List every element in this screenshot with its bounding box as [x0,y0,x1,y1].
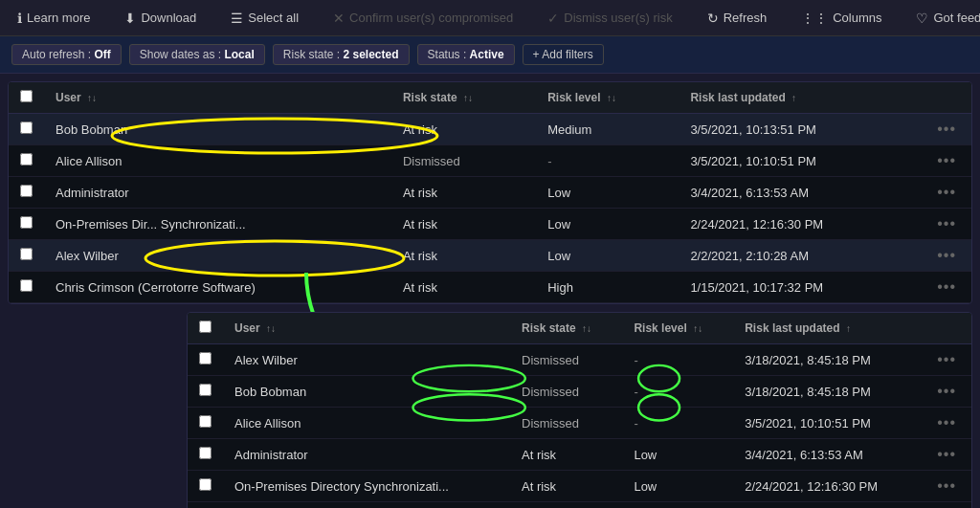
bottom-col-risk-state: Risk state ↑↓ [510,313,622,344]
download-button[interactable]: ⬇ Download [115,7,206,30]
cell-risk-level: Low [622,471,733,502]
table-row: Bob Bobman At risk Medium 3/5/2021, 10:1… [9,114,971,145]
row-checkbox[interactable] [20,216,33,229]
sort-icon-risk-state[interactable]: ↑↓ [463,93,473,103]
cell-risk-updated: 3/4/2021, 6:13:53 AM [733,439,922,471]
cell-user: Alice Allison [223,408,510,439]
cell-risk-state: Dismissed [510,408,622,439]
cell-risk-level: High [536,272,679,303]
confirm-compromised-button[interactable]: ✕ Confirm user(s) compromised [323,7,523,30]
row-checkbox[interactable] [199,415,212,428]
row-more-button[interactable]: ••• [933,152,960,169]
cell-user: On-Premises Dir... Synchronizati... [44,209,391,240]
cell-risk-state: At risk [510,471,622,502]
cell-risk-level: Low [622,439,733,471]
row-more-button[interactable]: ••• [933,477,960,495]
row-checkbox[interactable] [20,279,33,292]
cell-risk-level: Low [536,209,679,240]
row-more-button[interactable]: ••• [933,414,960,431]
select-all-checkbox[interactable] [20,90,33,102]
bottom-col-risk-level: Risk level ↑↓ [622,313,733,344]
dismiss-risk-button[interactable]: ✓ Dismiss user(s) risk [538,7,681,30]
cell-risk-updated: 1/15/2021, 10:17:32 PM [733,502,922,509]
bottom-select-all-checkbox[interactable] [199,320,212,333]
cell-risk-updated: 2/24/2021, 12:16:30 PM [733,471,922,502]
bottom-sort-icon-risk-updated[interactable]: ↑ [846,323,851,334]
top-table-panel: User ↑↓ Risk state ↑↓ Risk level ↑↓ Ri [8,81,972,304]
show-dates-chip[interactable]: Show dates as : Local [129,44,265,65]
row-more-button[interactable]: ••• [933,383,960,400]
cell-risk-updated: 2/2/2021, 2:10:28 AM [679,240,922,272]
columns-button[interactable]: ⋮⋮ Columns [791,7,891,30]
refresh-button[interactable]: ↻ Refresh [698,7,777,30]
table-row: Bob Bobman Dismissed - 3/18/2021, 8:45:1… [188,376,971,408]
cell-risk-updated: 3/18/2021, 8:45:18 PM [733,376,922,408]
bottom-col-risk-updated: Risk last updated ↑ [733,313,922,344]
col-risk-level: Risk level ↑↓ [536,82,679,114]
row-checkbox[interactable] [199,478,212,491]
auto-refresh-chip[interactable]: Auto refresh : Off [11,44,122,65]
row-more-button[interactable]: ••• [933,247,960,264]
row-more-button[interactable]: ••• [933,184,960,201]
col-risk-updated: Risk last updated ↑ [679,82,922,114]
got-feedback-button[interactable]: ♡ Got feedback? [906,7,980,30]
cell-risk-updated: 3/4/2021, 6:13:53 AM [679,177,922,209]
row-checkbox[interactable] [20,121,33,134]
table-row: On-Premises Directory Synchronizati... A… [188,471,971,502]
status-chip[interactable]: Status : Active [417,44,515,65]
cell-risk-state: At risk [391,177,536,209]
row-checkbox[interactable] [199,352,212,364]
row-checkbox[interactable] [20,185,33,197]
row-more-button[interactable]: ••• [933,446,960,463]
col-risk-state: Risk state ↑↓ [391,82,536,114]
cell-user: Alex Wilber [44,240,391,272]
cell-user: Administrator [223,439,510,471]
cell-risk-level: - [536,145,679,177]
table-row: Chris Crimson (Cerrotorre Software) At r… [9,272,971,303]
learn-more-button[interactable]: ℹ Learn more [8,7,100,30]
bottom-table: User ↑↓ Risk state ↑↓ Risk level ↑↓ Ri [188,313,971,508]
row-checkbox[interactable] [20,248,33,260]
bottom-sort-icon-user[interactable]: ↑↓ [266,323,276,334]
columns-icon: ⋮⋮ [801,11,828,26]
table-row: Alice Allison Dismissed - 3/5/2021, 10:1… [9,145,971,177]
row-checkbox[interactable] [199,384,212,396]
row-checkbox[interactable] [199,447,212,459]
cell-risk-state: At risk [391,209,536,240]
row-more-button[interactable]: ••• [933,121,960,138]
cell-risk-updated: 3/5/2021, 10:10:51 PM [733,408,922,439]
cell-risk-state: At risk [391,114,536,145]
cell-risk-updated: 2/24/2021, 12:16:30 PM [679,209,922,240]
row-more-button[interactable]: ••• [933,351,960,368]
cell-user: Bob Bobman [44,114,391,145]
row-checkbox[interactable] [20,153,33,166]
cell-user: Chris Crimson (CerroTorre Software) [223,502,510,509]
x-icon: ✕ [333,11,345,26]
cell-risk-state: Dismissed [510,344,622,376]
download-icon: ⬇ [124,11,136,26]
cell-user: Chris Crimson (Cerrotorre Software) [44,272,391,303]
cell-user: Alex Wilber [223,344,510,376]
bottom-sort-icon-risk-level[interactable]: ↑↓ [693,323,702,334]
cell-risk-level: - [622,376,733,408]
row-more-button[interactable]: ••• [933,278,960,296]
filter-bar: Auto refresh : Off Show dates as : Local… [0,36,980,74]
sort-icon-user[interactable]: ↑↓ [87,93,97,103]
bottom-sort-icon-risk-state[interactable]: ↑↓ [582,323,591,334]
heart-icon: ♡ [916,11,928,26]
add-filters-button[interactable]: + Add filters [523,44,604,65]
table-row: Administrator At risk Low 3/4/2021, 6:13… [188,439,971,471]
row-more-button[interactable]: ••• [933,215,960,232]
cell-user: Alice Allison [44,145,391,177]
bottom-col-user: User ↑↓ [223,313,510,344]
risk-state-chip[interactable]: Risk state : 2 selected [273,44,410,65]
cell-risk-state: At risk [510,439,622,471]
table-row: Administrator At risk Low 3/4/2021, 6:13… [9,177,971,209]
sort-icon-risk-level[interactable]: ↑↓ [607,93,616,103]
cell-risk-level: Low [536,177,679,209]
cell-risk-updated: 3/5/2021, 10:13:51 PM [679,114,922,145]
sort-icon-risk-updated[interactable]: ↑ [791,93,796,103]
checkmark-icon: ✓ [547,11,559,26]
select-all-button[interactable]: ☰ Select all [221,7,308,30]
col-user: User ↑↓ [44,82,391,114]
